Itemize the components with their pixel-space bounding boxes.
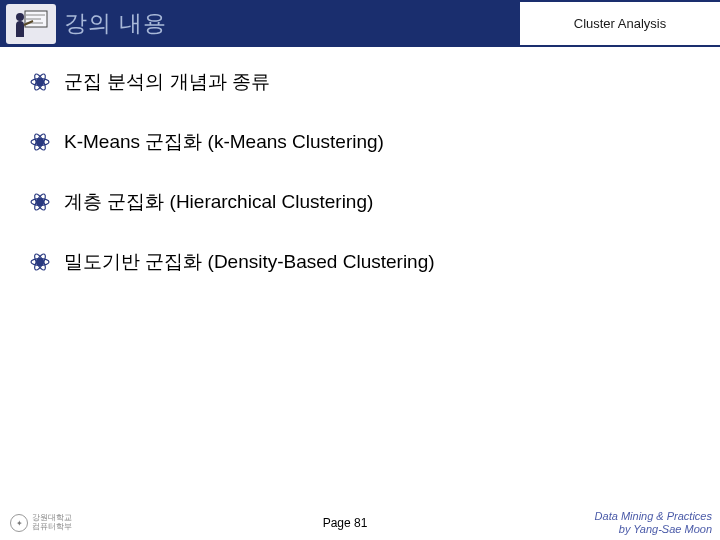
credit-line2: by Yang-Sae Moon — [550, 523, 712, 536]
bullet-text: 밀도기반 군집화 (Density-Based Clustering) — [64, 249, 435, 275]
title-bar-left: 강의 내용 — [0, 0, 520, 47]
bullet-item: 계층 군집화 (Hierarchical Clustering) — [30, 189, 690, 215]
svg-point-4 — [16, 13, 24, 21]
footer-left: ✦ 강원대학교 컴퓨터학부 — [0, 514, 140, 532]
slide-title: 강의 내용 — [64, 8, 167, 39]
university-logo-icon: ✦ — [10, 514, 28, 532]
university-name-line2: 컴퓨터학부 — [32, 523, 72, 532]
title-bar: 강의 내용 Cluster Analysis — [0, 0, 720, 47]
bullet-text: K-Means 군집화 (k-Means Clustering) — [64, 129, 384, 155]
bullet-item: 군집 분석의 개념과 종류 — [30, 69, 690, 95]
bullet-text: 군집 분석의 개념과 종류 — [64, 69, 270, 95]
bullet-icon — [30, 192, 50, 212]
title-bar-right: Cluster Analysis — [520, 0, 720, 47]
footer: ✦ 강원대학교 컴퓨터학부 Page 81 Data Mining & Prac… — [0, 506, 720, 540]
slide: 강의 내용 Cluster Analysis 군집 분석의 개념과 종류 — [0, 0, 720, 540]
footer-credit: Data Mining & Practices by Yang-Sae Moon — [550, 510, 720, 536]
page-number: Page 81 — [140, 516, 550, 530]
credit-line1: Data Mining & Practices — [550, 510, 712, 523]
bullet-text: 계층 군집화 (Hierarchical Clustering) — [64, 189, 373, 215]
bullet-item: K-Means 군집화 (k-Means Clustering) — [30, 129, 690, 155]
bullet-item: 밀도기반 군집화 (Density-Based Clustering) — [30, 249, 690, 275]
bullet-icon — [30, 252, 50, 272]
presenter-icon — [6, 4, 56, 44]
university-name: 강원대학교 컴퓨터학부 — [32, 514, 72, 532]
content-area: 군집 분석의 개념과 종류 K-Means 군집화 (k-Means Clust… — [0, 47, 720, 275]
bullet-icon — [30, 132, 50, 152]
bullet-icon — [30, 72, 50, 92]
slide-subtitle: Cluster Analysis — [574, 16, 666, 31]
